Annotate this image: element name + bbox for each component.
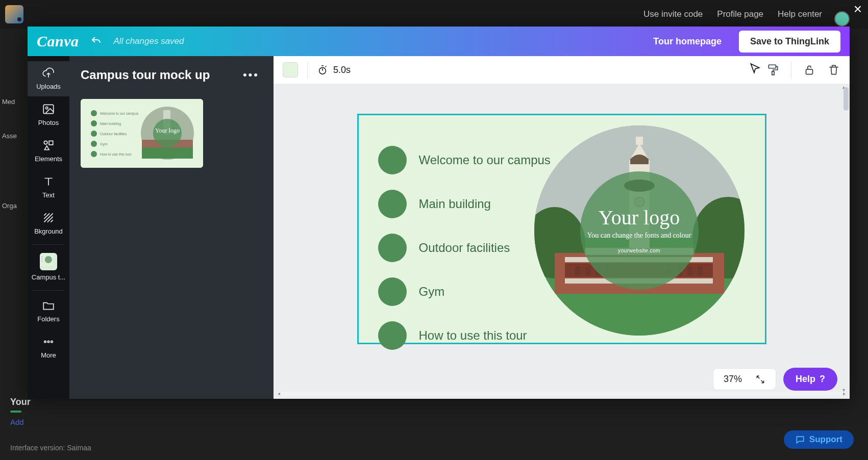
tool-rail: Uploads Photos Elements Text Bkground <box>28 56 69 399</box>
svg-rect-3 <box>49 141 53 145</box>
bullet-dot-icon <box>378 277 407 306</box>
logo-text[interactable]: Your logo <box>599 208 680 228</box>
list-item[interactable]: Welcome to our campus <box>378 146 551 174</box>
rail-label: More <box>41 351 56 359</box>
bullet-text[interactable]: Main building <box>419 197 491 211</box>
photo-icon <box>42 103 55 116</box>
svg-rect-32 <box>806 69 813 74</box>
folder-icon <box>42 299 55 312</box>
undo-icon[interactable] <box>90 35 103 47</box>
scroll-left-icon[interactable]: ◂ <box>278 391 280 396</box>
horizontal-scrollbar[interactable]: ◂ ▸ <box>280 392 844 397</box>
chat-icon <box>795 435 805 445</box>
rail-label: Folders <box>37 315 59 323</box>
paint-roller-icon[interactable] <box>766 63 780 76</box>
bullet-text[interactable]: Gym <box>419 285 445 299</box>
canvas-area: 5.0s Welcome to our campus Main building <box>274 56 850 399</box>
svg-rect-30 <box>768 65 776 68</box>
scroll-right-icon[interactable]: ▸ <box>843 391 846 396</box>
help-button[interactable]: Help ? <box>783 368 837 391</box>
tour-homepage-link[interactable]: Tour homepage <box>653 36 722 47</box>
rail-text[interactable]: Text <box>28 170 69 205</box>
support-button[interactable]: Support <box>784 430 854 449</box>
bullet-dot-icon <box>378 146 407 174</box>
rail-background[interactable]: Bkground <box>28 206 69 241</box>
fullscreen-icon[interactable] <box>755 374 765 385</box>
vertical-scrollbar[interactable]: ▴ ▾ <box>842 87 849 390</box>
cloud-upload-icon <box>42 66 55 80</box>
scroll-thumb[interactable] <box>844 87 849 111</box>
svg-rect-55 <box>698 266 703 275</box>
link-help[interactable]: Help center <box>778 9 822 19</box>
design-title[interactable]: Campus tour mock up <box>81 68 210 82</box>
scroll-track[interactable] <box>280 392 844 396</box>
svg-point-11 <box>51 341 53 342</box>
bullet-text[interactable]: Welcome to our campus <box>419 153 551 167</box>
svg-point-2 <box>44 141 47 144</box>
svg-point-20 <box>91 131 97 137</box>
bg-left-item: Orga <box>0 199 29 213</box>
thinglink-logo <box>5 5 23 23</box>
bg-color-swatch[interactable] <box>283 62 298 78</box>
list-item[interactable]: Gym <box>378 277 551 306</box>
unlock-icon[interactable] <box>803 63 816 76</box>
slide[interactable]: Welcome to our campus Main building Outd… <box>357 114 766 344</box>
rail-label: Elements <box>35 155 62 163</box>
zoom-control[interactable]: 37% <box>713 368 776 390</box>
svg-point-5 <box>44 255 52 263</box>
svg-point-9 <box>44 341 46 342</box>
bullet-text[interactable]: How to use this tour <box>419 328 527 343</box>
help-label: Help <box>796 374 815 385</box>
bg-left-item: Med <box>0 95 29 109</box>
rail-more[interactable]: More <box>28 330 69 365</box>
hero-image[interactable]: Your logo You can change the fonts and c… <box>534 125 745 336</box>
rail-folders[interactable]: Folders <box>28 294 69 329</box>
cursor-icon <box>748 62 761 75</box>
bullet-list: Welcome to our campus Main building Outd… <box>378 146 551 350</box>
bg-add-link[interactable]: Add <box>10 418 91 426</box>
stopwatch-icon <box>317 64 328 75</box>
more-icon <box>42 335 55 348</box>
list-item[interactable]: Outdoor facilities <box>378 234 551 262</box>
rail-uploads[interactable]: Uploads <box>28 61 69 96</box>
support-label: Support <box>809 435 842 445</box>
bullet-dot-icon <box>378 190 407 218</box>
save-to-thinglink-button[interactable]: Save to ThingLink <box>739 31 840 53</box>
rail-campus-thumb[interactable]: Campus t... <box>28 248 69 287</box>
svg-rect-6 <box>41 256 42 257</box>
canvas-viewport[interactable]: Welcome to our campus Main building Outd… <box>274 84 850 399</box>
link-invite[interactable]: Use invite code <box>643 9 703 19</box>
logo-site[interactable]: yourwebsite.com <box>618 247 660 253</box>
text-icon <box>42 175 55 188</box>
svg-rect-7 <box>41 259 42 260</box>
svg-point-19 <box>91 120 97 126</box>
pages-panel: Campus tour mock up ••• Welcome to our c… <box>69 56 274 399</box>
svg-point-1 <box>46 107 48 109</box>
rail-elements[interactable]: Elements <box>28 134 69 169</box>
list-item[interactable]: Main building <box>378 190 551 218</box>
canvas-toolbar: 5.0s <box>274 56 850 84</box>
svg-text:Your logo: Your logo <box>155 127 180 134</box>
rail-photos[interactable]: Photos <box>28 97 69 133</box>
logo-subtext[interactable]: You can change the fonts and colour <box>587 231 691 240</box>
logo-overlay[interactable]: Your logo You can change the fonts and c… <box>580 171 699 290</box>
bullet-dot-icon <box>378 321 407 350</box>
svg-rect-48 <box>575 266 580 275</box>
bullet-dot-icon <box>378 234 407 262</box>
svg-rect-54 <box>687 266 692 275</box>
campus-thumb-icon <box>40 253 57 270</box>
canva-logo[interactable]: Canva <box>37 33 79 50</box>
link-profile[interactable]: Profile page <box>717 9 763 19</box>
list-item[interactable]: How to use this tour <box>378 321 551 350</box>
bullet-text[interactable]: Outdoor facilities <box>419 241 510 255</box>
page-thumbnail[interactable]: Welcome to our campus Main building Outd… <box>81 99 203 168</box>
trash-icon[interactable] <box>827 63 840 76</box>
avatar[interactable] <box>834 11 850 27</box>
panel-more-icon[interactable]: ••• <box>240 65 262 85</box>
duration-control[interactable]: 5.0s <box>317 64 351 75</box>
svg-text:Main building: Main building <box>100 122 121 126</box>
svg-rect-49 <box>585 266 590 275</box>
divider <box>307 61 308 79</box>
svg-rect-15 <box>142 147 193 159</box>
close-icon[interactable]: × <box>851 3 865 17</box>
